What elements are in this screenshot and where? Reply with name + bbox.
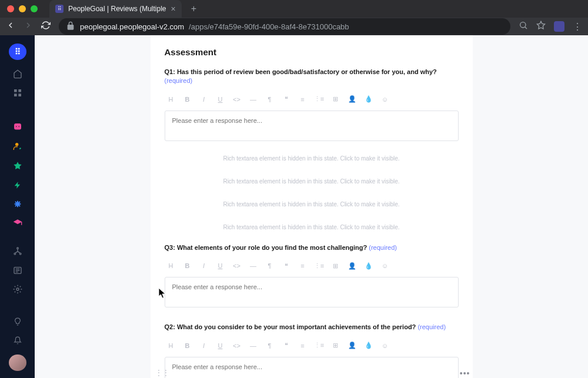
rt-emoji-icon[interactable]: ☺ <box>380 260 390 271</box>
rt-divider-icon[interactable]: — <box>248 340 259 351</box>
required-tag: (required) <box>369 244 397 251</box>
rt-quote-icon[interactable]: ❝ <box>281 340 292 351</box>
rt-list-icon[interactable]: ≡ <box>298 260 308 271</box>
rt-underline-icon[interactable]: U <box>215 94 226 105</box>
sidebar-item-bulb[interactable] <box>12 316 24 327</box>
sidebar-item-user-edit[interactable] <box>12 141 24 152</box>
rt-quote-icon[interactable]: ❝ <box>281 260 292 271</box>
hidden-textarea-msg[interactable]: Rich textarea element is hidden in this … <box>165 216 459 239</box>
rt-code-icon[interactable]: <> <box>232 340 242 351</box>
svg-point-9 <box>14 253 16 255</box>
rt-paragraph-icon[interactable]: ¶ <box>265 260 275 271</box>
sidebar-item-robot[interactable] <box>12 122 24 133</box>
reload-button[interactable] <box>41 21 51 32</box>
rt-image-icon[interactable]: ⊞ <box>330 340 341 351</box>
rt-color-icon[interactable]: 💧 <box>363 260 374 271</box>
svg-point-0 <box>520 22 526 28</box>
rt-heading-icon[interactable]: H <box>166 260 176 271</box>
page-title: Assessment <box>165 47 459 57</box>
q3-response-input[interactable] <box>165 277 459 307</box>
question-q3: Q3: What elements of your role do you fi… <box>165 243 459 310</box>
rt-image-icon[interactable]: ⊞ <box>330 94 341 105</box>
rt-underline-icon[interactable]: U <box>215 260 226 271</box>
close-window-icon[interactable] <box>7 5 14 12</box>
browser-menu-icon[interactable]: ⋮ <box>573 21 582 32</box>
rt-italic-icon[interactable]: I <box>199 94 209 105</box>
svg-point-7 <box>15 143 18 146</box>
sidebar-item-bolt[interactable] <box>12 179 24 190</box>
rt-color-icon[interactable]: 💧 <box>363 340 374 351</box>
rt-divider-icon[interactable]: — <box>248 260 259 271</box>
rt-color-icon[interactable]: 💧 <box>363 94 374 105</box>
more-options-icon[interactable]: ••• <box>460 369 470 378</box>
rt-mention-icon[interactable]: 👤 <box>347 260 358 271</box>
svg-point-5 <box>16 126 17 128</box>
sidebar-item-bell[interactable] <box>12 335 24 346</box>
rt-heading-icon[interactable]: H <box>166 340 176 351</box>
rt-list-icon[interactable]: ≡ <box>298 340 308 351</box>
app-sidebar: ⠿ <box>0 35 35 378</box>
question-q2: ⋮⋮ ••• Q2: What do you consider to be yo… <box>165 323 459 378</box>
main-content: Assessment Q1: Has this period of review… <box>35 35 588 378</box>
rt-emoji-icon[interactable]: ☺ <box>380 94 390 105</box>
minimize-window-icon[interactable] <box>19 5 26 12</box>
address-bar[interactable]: peoplegoal.peoplegoal-v2.com/apps/e74fa5… <box>59 18 510 35</box>
hidden-textarea-msg[interactable]: Rich textarea element is hidden in this … <box>165 193 459 216</box>
sidebar-item-grad-cap[interactable] <box>12 218 24 229</box>
sidebar-item-home[interactable] <box>12 68 24 79</box>
sidebar-item-org[interactable] <box>12 246 24 257</box>
sidebar-item-gear[interactable] <box>12 284 24 295</box>
close-tab-icon[interactable]: × <box>171 4 176 14</box>
rt-divider-icon[interactable]: — <box>248 94 259 105</box>
forward-button[interactable] <box>24 21 33 32</box>
hidden-textarea-msg[interactable]: Rich textarea element is hidden in this … <box>165 147 459 170</box>
browser-toolbar: peoplegoal.peoplegoal-v2.com/apps/e74fa5… <box>0 18 588 35</box>
q3-label: Q3: What elements of your role do you fi… <box>165 243 459 252</box>
rt-paragraph-icon[interactable]: ¶ <box>265 340 275 351</box>
hidden-textarea-msg[interactable]: Rich textarea element is hidden in this … <box>165 170 459 193</box>
rt-emoji-icon[interactable]: ☺ <box>380 340 390 351</box>
svg-point-10 <box>19 253 21 255</box>
extension-icon[interactable] <box>554 21 564 32</box>
rt-bold-icon[interactable]: B <box>182 340 193 351</box>
svg-rect-2 <box>18 89 21 92</box>
bookmark-star-icon[interactable] <box>536 21 546 32</box>
rt-numlist-icon[interactable]: ⋮≡ <box>314 260 325 271</box>
rt-numlist-icon[interactable]: ⋮≡ <box>314 340 325 351</box>
rt-bold-icon[interactable]: B <box>182 260 193 271</box>
rt-heading-icon[interactable]: H <box>166 94 176 105</box>
rich-text-toolbar: H B I U <> — ¶ ❝ ≡ ⋮≡ ⊞ 👤 💧 ☺ <box>165 92 459 107</box>
new-tab-button[interactable]: + <box>191 4 196 14</box>
sidebar-item-grid[interactable] <box>12 88 24 99</box>
rt-quote-icon[interactable]: ❝ <box>281 94 292 105</box>
sidebar-item-asterisk[interactable] <box>12 199 24 210</box>
required-tag: (required) <box>165 77 193 84</box>
app-logo[interactable]: ⠿ <box>9 44 26 60</box>
rt-paragraph-icon[interactable]: ¶ <box>265 94 275 105</box>
rt-mention-icon[interactable]: 👤 <box>347 340 358 351</box>
sidebar-item-star[interactable] <box>12 160 24 171</box>
rt-code-icon[interactable]: <> <box>232 260 242 271</box>
rt-list-icon[interactable]: ≡ <box>298 94 308 105</box>
rt-italic-icon[interactable]: I <box>199 340 209 351</box>
lock-icon <box>66 21 75 32</box>
rt-italic-icon[interactable]: I <box>199 260 209 271</box>
browser-tab[interactable]: ⠿ PeopleGoal | Reviews (Multiple × <box>49 0 182 18</box>
rt-bold-icon[interactable]: B <box>182 94 193 105</box>
user-avatar[interactable] <box>9 354 26 371</box>
search-icon[interactable] <box>519 21 528 32</box>
rt-underline-icon[interactable]: U <box>215 340 226 351</box>
q2-response-input[interactable] <box>165 357 459 378</box>
q1-response-input[interactable] <box>165 111 459 141</box>
sidebar-item-list[interactable] <box>12 265 24 276</box>
rt-image-icon[interactable]: ⊞ <box>330 260 341 271</box>
rt-numlist-icon[interactable]: ⋮≡ <box>314 94 325 105</box>
rt-mention-icon[interactable]: 👤 <box>347 94 358 105</box>
tab-favicon-icon: ⠿ <box>55 5 64 13</box>
tab-title: PeopleGoal | Reviews (Multiple <box>68 5 166 13</box>
rich-text-toolbar: H B I U <> — ¶ ❝ ≡ ⋮≡ ⊞ 👤 💧 ☺ <box>165 258 459 273</box>
back-button[interactable] <box>6 21 15 32</box>
rt-code-icon[interactable]: <> <box>232 94 242 105</box>
maximize-window-icon[interactable] <box>31 5 38 12</box>
drag-handle-icon[interactable]: ⋮⋮ <box>155 369 169 377</box>
